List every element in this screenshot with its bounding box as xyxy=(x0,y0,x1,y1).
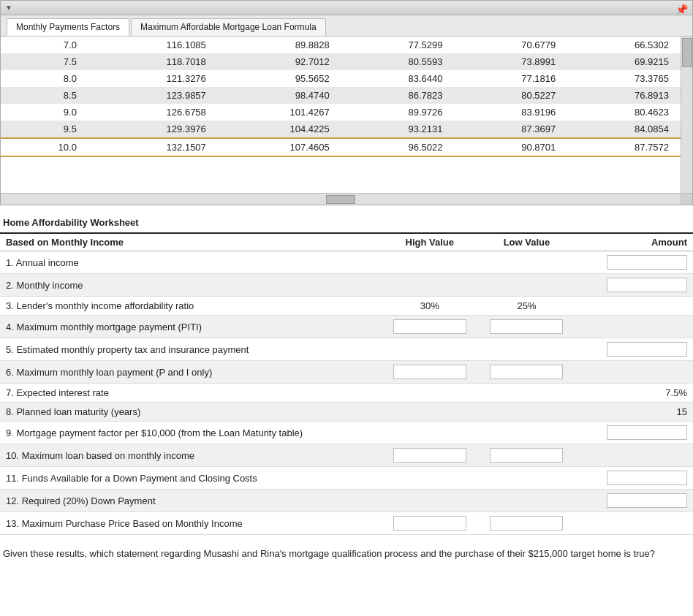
rate-cell: 8.0 xyxy=(1,70,94,87)
low-value-input[interactable] xyxy=(490,319,563,334)
row-amount: 7.5% xyxy=(575,384,693,403)
row-high-value xyxy=(381,422,478,444)
table-header-row: Based on Monthly Income High Value Low V… xyxy=(0,233,693,251)
row-amount[interactable] xyxy=(575,490,693,512)
row-amount[interactable] xyxy=(575,338,693,361)
row-low-value[interactable] xyxy=(478,512,575,535)
high-value-input[interactable] xyxy=(393,516,466,531)
rate-cell: 7.5 xyxy=(1,53,94,70)
col2-cell: 89.8828 xyxy=(218,37,341,53)
row-label: 6. Maximum monthly loan payment (P and I… xyxy=(0,361,381,384)
col2-cell: 101.4267 xyxy=(218,104,341,121)
col3-cell: 86.7823 xyxy=(341,87,455,104)
col2-cell: 92.7012 xyxy=(218,53,341,70)
worksheet-row: 4. Maximum monthly mortgage payment (PIT… xyxy=(0,316,693,338)
row-amount[interactable] xyxy=(575,467,693,490)
row-high-value[interactable] xyxy=(381,316,478,338)
amount-input[interactable] xyxy=(607,425,687,440)
row-label: 8. Planned loan maturity (years) xyxy=(0,403,381,422)
col4-cell: 70.6779 xyxy=(454,37,567,53)
col1-cell: 126.6758 xyxy=(94,104,218,121)
col5-cell: 73.3765 xyxy=(567,70,681,87)
row-amount[interactable] xyxy=(575,422,693,444)
col5-cell: 69.9215 xyxy=(567,53,681,70)
row-label: 2. Monthly income xyxy=(0,274,381,297)
panel-header: ▼ 📌 xyxy=(1,1,692,15)
row-low-value xyxy=(478,422,575,444)
worksheet-row: 8. Planned loan maturity (years)15 xyxy=(0,403,693,422)
worksheet-row: 6. Maximum monthly loan payment (P and I… xyxy=(0,361,693,384)
table-row: 8.0 121.3276 95.5652 83.6440 77.1816 73.… xyxy=(1,70,681,87)
row-low-value[interactable] xyxy=(478,316,575,338)
row-low-value xyxy=(478,384,575,403)
tab-max-affordable[interactable]: Maximum Affordable Mortgage Loan Formula xyxy=(131,18,326,36)
row-amount[interactable] xyxy=(575,251,693,274)
row-high-value[interactable] xyxy=(381,512,478,535)
row-low-value[interactable] xyxy=(478,444,575,467)
row-low-value: 25% xyxy=(478,297,575,316)
col2-cell: 95.5652 xyxy=(218,70,341,87)
monthly-payments-table: 7.0 116.1085 89.8828 77.5299 70.6779 66.… xyxy=(1,37,681,157)
worksheet-table: Based on Monthly Income High Value Low V… xyxy=(0,232,693,535)
row-amount xyxy=(575,444,693,467)
rate-cell: 7.0 xyxy=(1,37,94,53)
col1-cell: 129.3976 xyxy=(94,121,218,138)
col3-cell: 96.5022 xyxy=(341,138,455,156)
amount-input[interactable] xyxy=(607,255,687,270)
row-label: 3. Lender's monthly income affordability… xyxy=(0,297,381,316)
row-label: 11. Funds Available for a Down Payment a… xyxy=(0,467,381,490)
row-label: 10. Maximum loan based on monthly income xyxy=(0,444,381,467)
row-label: 4. Maximum monthly mortgage payment (PIT… xyxy=(0,316,381,338)
table-row: 9.0 126.6758 101.4267 89.9726 83.9196 80… xyxy=(1,104,681,121)
scrollbar-thumb[interactable] xyxy=(682,38,692,67)
worksheet-row: 2. Monthly income xyxy=(0,274,693,297)
high-value-input[interactable] xyxy=(393,319,466,334)
horizontal-scrollbar[interactable] xyxy=(1,193,681,205)
row-amount xyxy=(575,361,693,384)
low-value-input[interactable] xyxy=(490,516,563,531)
col2-cell: 107.4605 xyxy=(218,138,341,156)
row-low-value[interactable] xyxy=(478,361,575,384)
row-amount xyxy=(575,512,693,535)
header-low-value: Low Value xyxy=(478,233,575,251)
row-label: 7. Expected interest rate xyxy=(0,384,381,403)
row-high-value xyxy=(381,251,478,274)
pin-icon[interactable]: 📌 xyxy=(675,4,688,15)
col3-cell: 93.2131 xyxy=(341,121,455,138)
table-row: 9.5 129.3976 104.4225 93.2131 87.3697 84… xyxy=(1,121,681,138)
low-value-input[interactable] xyxy=(490,365,563,379)
collapse-arrow-icon[interactable]: ▼ xyxy=(5,4,12,12)
row-high-value xyxy=(381,384,478,403)
row-label: 12. Required (20%) Down Payment xyxy=(0,490,381,512)
table-row: 8.5 123.9857 98.4740 86.7823 80.5227 76.… xyxy=(1,87,681,104)
amount-input[interactable] xyxy=(607,278,687,292)
vertical-scrollbar[interactable] xyxy=(681,37,692,205)
row-low-value xyxy=(478,338,575,361)
high-value-input[interactable] xyxy=(393,448,466,463)
table-row: 10.0 132.1507 107.4605 96.5022 90.8701 8… xyxy=(1,138,681,156)
col4-cell: 77.1816 xyxy=(454,70,567,87)
amount-input[interactable] xyxy=(607,471,687,485)
row-high-value[interactable] xyxy=(381,444,478,467)
worksheet-row: 1. Annual income xyxy=(0,251,693,274)
tab-monthly-payments[interactable]: Monthly Payments Factors xyxy=(7,18,129,36)
col1-cell: 123.9857 xyxy=(94,87,218,104)
worksheet-row: 11. Funds Available for a Down Payment a… xyxy=(0,467,693,490)
scrollbar-bottom-thumb[interactable] xyxy=(326,195,355,204)
col5-cell: 87.7572 xyxy=(567,138,681,156)
col1-cell: 132.1507 xyxy=(94,138,218,156)
col4-cell: 90.8701 xyxy=(454,138,567,156)
worksheet-row: 3. Lender's monthly income affordability… xyxy=(0,297,693,316)
high-value-input[interactable] xyxy=(393,365,466,379)
row-low-value xyxy=(478,251,575,274)
amount-input[interactable] xyxy=(607,342,687,357)
row-amount[interactable] xyxy=(575,274,693,297)
low-value-input[interactable] xyxy=(490,448,563,463)
header-amount: Amount xyxy=(575,233,693,251)
row-high-value[interactable] xyxy=(381,361,478,384)
amount-input[interactable] xyxy=(607,493,687,508)
worksheet-row: 12. Required (20%) Down Payment xyxy=(0,490,693,512)
table-row: 7.5 118.7018 92.7012 80.5593 73.8991 69.… xyxy=(1,53,681,70)
col1-cell: 118.7018 xyxy=(94,53,218,70)
worksheet-row: 7. Expected interest rate7.5% xyxy=(0,384,693,403)
